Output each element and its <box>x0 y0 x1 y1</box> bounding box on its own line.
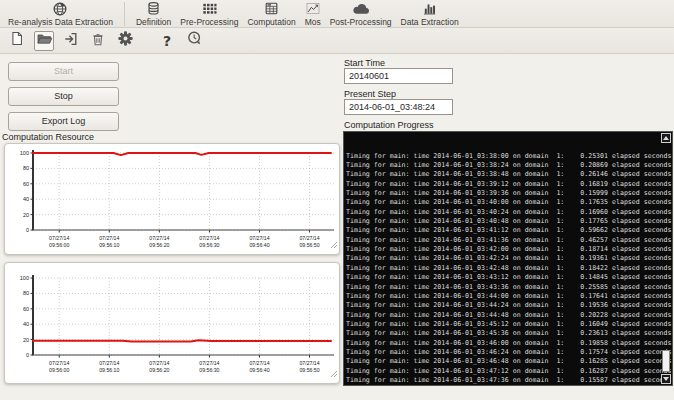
svg-text:60: 60 <box>23 181 29 187</box>
grid-dots-icon <box>202 1 217 16</box>
console-line: Timing for main: time 2014-06-01_03:38:0… <box>346 152 672 161</box>
import-button[interactable] <box>61 31 81 51</box>
svg-text:07/27/14: 07/27/14 <box>199 235 219 241</box>
svg-text:07/27/14: 07/27/14 <box>299 360 319 366</box>
svg-text:07/27/14: 07/27/14 <box>199 360 219 366</box>
svg-text:40: 40 <box>23 196 29 202</box>
console-line: Timing for main: time 2014-06-01_03:48:0… <box>346 385 672 386</box>
memory-usage-chart: 02040608010007/27/1409:56:0007/27/1409:5… <box>7 271 337 377</box>
present-step-input[interactable] <box>344 99 453 115</box>
resource-chart-panel-2: 02040608010007/27/1409:56:0007/27/1409:5… <box>4 262 340 384</box>
arrow-down-icon <box>663 377 669 381</box>
present-step-label: Present Step <box>344 89 396 99</box>
import-icon <box>63 31 79 51</box>
console-lines: Timing for main: time 2014-06-01_03:38:0… <box>346 152 672 386</box>
nav-post-processing[interactable]: Post-Processing <box>330 1 392 27</box>
spreadsheet-icon <box>264 1 279 16</box>
resource-chart-panel-1: 02040608010007/27/1409:56:0007/27/1409:5… <box>4 143 340 255</box>
svg-text:100: 100 <box>20 275 29 281</box>
gear-icon <box>117 30 134 51</box>
svg-text:20: 20 <box>23 337 29 343</box>
nav-definition[interactable]: Definition <box>136 1 171 27</box>
console-line: Timing for main: time 2014-06-01_03:46:0… <box>346 339 672 348</box>
svg-text:80: 80 <box>23 290 29 296</box>
nav-computation[interactable]: Computation <box>247 1 295 27</box>
history-button[interactable] <box>184 31 204 51</box>
svg-text:100: 100 <box>20 150 29 156</box>
svg-text:09:56:00: 09:56:00 <box>49 367 69 373</box>
console-line: Timing for main: time 2014-06-01_03:42:0… <box>346 245 672 254</box>
svg-text:09:56:50: 09:56:50 <box>299 242 319 248</box>
svg-text:07/27/14: 07/27/14 <box>299 235 319 241</box>
settings-button[interactable] <box>115 31 135 51</box>
svg-text:07/27/14: 07/27/14 <box>99 360 119 366</box>
svg-text:09:56:10: 09:56:10 <box>99 367 119 373</box>
console-line: Timing for main: time 2014-06-01_03:40:4… <box>346 217 672 226</box>
open-folder-icon <box>36 31 53 50</box>
history-icon <box>186 30 203 51</box>
svg-text:09:56:30: 09:56:30 <box>199 242 219 248</box>
svg-text:40: 40 <box>23 321 29 327</box>
start-time-input[interactable] <box>344 68 453 84</box>
svg-text:20: 20 <box>23 212 29 218</box>
help-icon: ? <box>163 33 171 49</box>
line-chart-icon <box>305 1 321 16</box>
console-line: Timing for main: time 2014-06-01_03:39:1… <box>346 180 672 189</box>
svg-text:07/27/14: 07/27/14 <box>99 235 119 241</box>
export-log-button[interactable]: Export Log <box>8 112 119 131</box>
console-line: Timing for main: time 2014-06-01_03:46:2… <box>346 348 672 357</box>
globe-icon <box>52 1 68 16</box>
nav-reanalysis-data-extraction[interactable]: Re-analysis Data Extraction <box>8 1 113 27</box>
svg-text:07/27/14: 07/27/14 <box>149 360 169 366</box>
bar-chart-icon <box>422 1 437 16</box>
nav-pre-processing[interactable]: Pre-Processing <box>180 1 238 27</box>
new-document-button[interactable] <box>7 31 27 51</box>
svg-text:07/27/14: 07/27/14 <box>249 235 269 241</box>
main-toolbar: Re-analysis Data Extraction Definition P… <box>0 0 674 28</box>
console-line: Timing for main: time 2014-06-01_03:47:3… <box>346 376 672 385</box>
stop-button[interactable]: Stop <box>8 87 119 106</box>
console-line: Timing for main: time 2014-06-01_03:42:2… <box>346 254 672 263</box>
scroll-down-button[interactable] <box>661 374 671 384</box>
console-line: Timing for main: time 2014-06-01_03:38:2… <box>346 161 672 170</box>
scrollbar-thumb[interactable] <box>662 350 670 372</box>
svg-text:09:56:30: 09:56:30 <box>199 367 219 373</box>
database-icon <box>146 1 161 16</box>
file-toolbar: ? <box>0 28 674 54</box>
open-folder-button[interactable] <box>34 31 54 51</box>
nav-label: Computation <box>247 17 295 27</box>
resize-grip-icon[interactable] <box>330 235 338 253</box>
nav-label: Post-Processing <box>330 17 392 27</box>
new-document-icon <box>9 30 25 51</box>
svg-text:09:56:40: 09:56:40 <box>249 242 269 248</box>
start-time-label: Start Time <box>344 58 385 68</box>
console-line: Timing for main: time 2014-06-01_03:40:0… <box>346 198 672 207</box>
console-line: Timing for main: time 2014-06-01_03:44:4… <box>346 311 672 320</box>
console-line: Timing for main: time 2014-06-01_03:41:1… <box>346 226 672 235</box>
console-line: Timing for main: time 2014-06-01_03:44:0… <box>346 292 672 301</box>
nav-label: Data Extraction <box>401 17 459 27</box>
nav-data-extraction[interactable]: Data Extraction <box>401 1 459 27</box>
computation-progress-label: Computation Progress <box>344 120 434 130</box>
nav-label: Re-analysis Data Extraction <box>8 17 113 27</box>
console-line: Timing for main: time 2014-06-01_03:43:1… <box>346 273 672 282</box>
computation-resource-label: Computation Resource <box>2 132 94 142</box>
start-button[interactable]: Start <box>8 62 119 81</box>
resize-grip-icon[interactable] <box>330 364 338 382</box>
svg-text:09:56:20: 09:56:20 <box>149 367 169 373</box>
svg-text:09:56:50: 09:56:50 <box>299 367 319 373</box>
svg-text:60: 60 <box>23 306 29 312</box>
svg-text:07/27/14: 07/27/14 <box>49 360 69 366</box>
console-line: Timing for main: time 2014-06-01_03:40:2… <box>346 208 672 217</box>
console-line: Timing for main: time 2014-06-01_03:41:3… <box>346 236 672 245</box>
console-line: Timing for main: time 2014-06-01_03:42:4… <box>346 264 672 273</box>
scroll-up-button[interactable] <box>661 133 671 143</box>
trash-icon <box>90 31 106 51</box>
svg-text:09:56:00: 09:56:00 <box>49 242 69 248</box>
delete-button[interactable] <box>88 31 108 51</box>
console-line: Timing for main: time 2014-06-01_03:39:3… <box>346 189 672 198</box>
help-button[interactable]: ? <box>157 31 177 51</box>
cpu-usage-chart: 02040608010007/27/1409:56:0007/27/1409:5… <box>7 146 337 252</box>
console-log[interactable]: Timing for main: time 2014-06-01_03:38:0… <box>343 131 673 386</box>
nav-mos[interactable]: Mos <box>305 1 321 27</box>
